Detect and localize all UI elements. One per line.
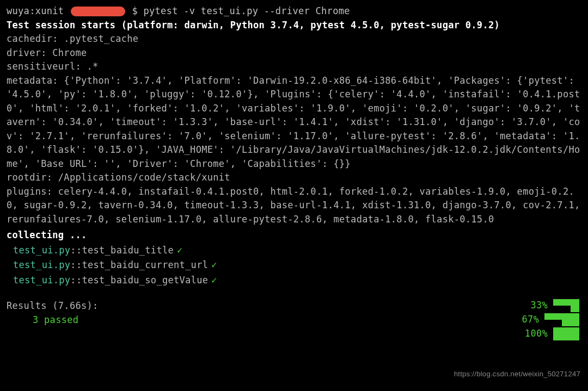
rootdir-line: rootdir: /Applications/code/stack/xunit <box>7 171 581 185</box>
shell-prompt-line: wuya:xunit $ pytest -v test_ui.py --driv… <box>7 4 581 18</box>
check-icon: ✓ <box>177 244 183 258</box>
plugins-line: plugins: celery-4.4.0, instafail-0.4.1.p… <box>7 185 581 227</box>
driver-line: driver: Chrome <box>7 46 581 60</box>
percent-value: 100% <box>525 327 549 341</box>
progress-row: 100% <box>481 327 579 341</box>
test-result-row: test_ui.py::test_baidu_current_url ✓ <box>7 258 581 272</box>
progress-column: 33% 67% 100% <box>481 299 579 341</box>
check-icon: ✓ <box>211 258 217 272</box>
test-result-row: test_ui.py::test_baidu_title ✓ <box>7 244 581 258</box>
watermark-text: https://blog.csdn.net/weixin_50271247 <box>454 369 580 380</box>
metadata-line: metadata: {'Python': '3.7.4', 'Platform'… <box>7 74 581 171</box>
progress-bar-step <box>544 320 562 326</box>
shell-command[interactable]: pytest -v test_ui.py --driver Chrome <box>138 5 350 16</box>
test-separator: :: <box>70 244 82 258</box>
prompt-dollar: $ <box>126 5 138 16</box>
test-name: test_baidu_current_url <box>82 258 208 272</box>
collecting-line: collecting ... <box>7 228 581 243</box>
test-separator: :: <box>70 258 82 272</box>
progress-row: 33% <box>481 299 579 313</box>
session-header: Test session starts (platform: darwin, P… <box>7 18 581 33</box>
test-result-row: test_ui.py::test_baidu_so_getValue ✓ <box>7 274 581 288</box>
progress-bar <box>553 327 579 340</box>
percent-value: 67% <box>522 313 540 327</box>
sensitiveurl-line: sensitiveurl: .* <box>7 60 581 74</box>
percent-value: 33% <box>530 299 549 313</box>
test-file: test_ui.py <box>7 244 70 258</box>
test-separator: :: <box>70 274 82 288</box>
check-icon: ✓ <box>211 274 217 288</box>
test-file: test_ui.py <box>7 274 70 288</box>
terminal-output: wuya:xunit $ pytest -v test_ui.py --driv… <box>7 4 581 327</box>
test-name: test_baidu_so_getValue <box>82 274 208 288</box>
test-file: test_ui.py <box>7 258 70 272</box>
test-name: test_baidu_title <box>82 244 174 258</box>
cachedir-line: cachedir: .pytest_cache <box>7 32 581 46</box>
progress-bar <box>544 313 579 326</box>
progress-bar <box>553 299 579 312</box>
redacted-block <box>71 7 125 16</box>
user-host: wuya:xunit <box>7 5 70 16</box>
progress-bar-step <box>553 306 571 312</box>
progress-row: 67% <box>481 313 579 327</box>
spacer <box>7 287 581 299</box>
